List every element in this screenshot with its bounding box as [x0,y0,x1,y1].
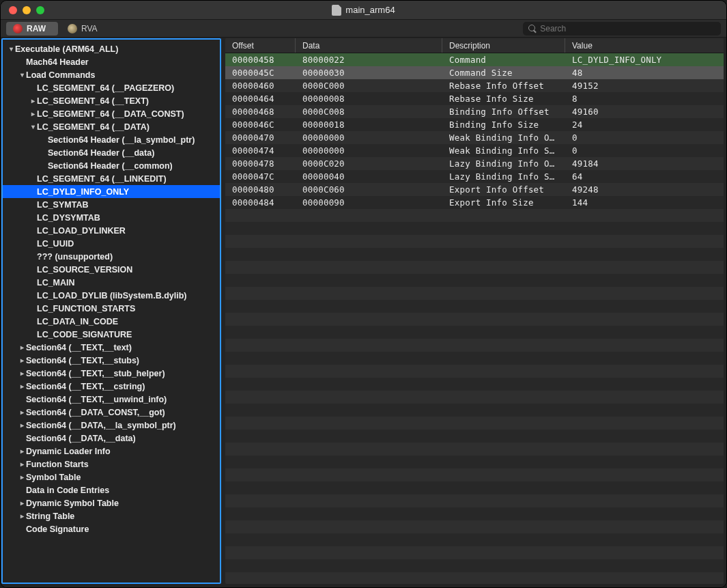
empty-row [225,443,724,456]
tree-item[interactable]: ▾Executable (ARM64_ALL) [3,42,220,55]
tree-item[interactable]: ▸Section64 (__TEXT,__stubs) [3,354,220,367]
tree-item[interactable]: ▾Load Commands [3,68,220,81]
tree-item[interactable]: LC_FUNCTION_STARTS [3,302,220,315]
empty-row [225,274,724,287]
table-row[interactable]: 0000045C00000030Command Size48 [225,66,724,79]
table-row[interactable]: 0000048400000090Export Info Size144 [225,196,724,209]
cell-offset: 0000046C [225,120,296,130]
th-data[interactable]: Data [296,38,442,53]
chevron-right-icon[interactable]: ▸ [29,97,37,104]
empty-row [225,300,724,313]
tree-item-label: Executable (ARM64_ALL) [15,44,118,54]
table-row[interactable]: 0000045880000022CommandLC_DYLD_INFO_ONLY [225,53,724,66]
tree-item[interactable]: ▸LC_SEGMENT_64 (__TEXT) [3,94,220,107]
table-body[interactable]: 0000045880000022CommandLC_DYLD_INFO_ONLY… [225,53,724,584]
tree-item[interactable]: Code Signature [3,522,220,535]
cell-value: 144 [565,197,724,208]
tree-item[interactable]: ▸Dynamic Loader Info [3,445,220,458]
chevron-down-icon[interactable]: ▾ [29,123,37,130]
tree-item[interactable]: ▾LC_SEGMENT_64 (__DATA) [3,120,220,133]
table-row[interactable]: 0000046C00000018Binding Info Size24 [225,118,724,131]
tree-item[interactable]: LC_LOAD_DYLIB (libSystem.B.dylib) [3,289,220,302]
tree-item[interactable]: ▸Function Starts [3,458,220,471]
tree-item-label: Load Commands [26,70,95,80]
cell-description: Export Info Offset [442,184,565,195]
tree-item[interactable]: Data in Code Entries [3,484,220,496]
chevron-right-icon[interactable]: ▸ [18,369,26,377]
tree-item[interactable]: ▸LC_SEGMENT_64 (__DATA_CONST) [3,107,220,120]
close-icon[interactable] [9,6,17,14]
tree-item[interactable]: ▸Symbol Table [3,471,220,484]
cell-offset: 0000047C [225,171,296,182]
chevron-right-icon[interactable]: ▸ [18,499,26,507]
tree-item[interactable]: Section64 (__TEXT,__unwind_info) [3,393,220,406]
minimize-icon[interactable] [23,6,31,14]
tree-item-label: LC_LOAD_DYLIB (libSystem.B.dylib) [37,291,186,300]
empty-row [225,546,724,559]
table-row[interactable]: 000004600000C000Rebase Info Offset49152 [225,79,724,92]
table-row[interactable]: 000004780000C020Lazy Binding Info Offset… [225,157,724,170]
chevron-down-icon[interactable]: ▾ [7,45,15,53]
empty-row [225,559,724,572]
zoom-icon[interactable] [36,6,44,14]
th-value[interactable]: Value [565,38,724,53]
tree-item[interactable]: ▸String Table [3,509,220,522]
tree-item[interactable]: LC_SEGMENT_64 (__LINKEDIT) [3,172,220,185]
tree-item[interactable]: LC_DYLD_INFO_ONLY [3,185,220,198]
mode-rva-button[interactable]: RVA [61,22,110,36]
table-row[interactable]: 0000047000000000Weak Binding Info Offset… [225,131,724,144]
tree-item[interactable]: LC_UUID [3,237,220,250]
empty-row [225,235,724,248]
tree-item[interactable]: LC_LOAD_DYLINKER [3,224,220,237]
search-field[interactable] [523,22,721,36]
tree-item[interactable]: Section64 Header (__la_symbol_ptr) [3,133,220,146]
tree-item[interactable]: ▸Section64 (__DATA,__la_symbol_ptr) [3,419,220,432]
structure-tree[interactable]: ▾Executable (ARM64_ALL)Mach64 Header▾Loa… [1,38,221,584]
chevron-right-icon[interactable]: ▸ [29,110,37,117]
chevron-right-icon[interactable]: ▸ [18,408,26,416]
app-window: main_arm64 RAW RVA ▾Executable (ARM64_AL… [0,0,727,588]
cell-offset: 00000478 [225,158,296,169]
tree-item[interactable]: Section64 Header (__common) [3,159,220,172]
search-input[interactable] [540,24,715,33]
chevron-right-icon[interactable]: ▸ [18,447,26,455]
cell-description: Rebase Info Offset [442,81,565,91]
tree-item[interactable]: LC_DATA_IN_CODE [3,315,220,328]
chevron-right-icon[interactable]: ▸ [18,356,26,364]
tree-item[interactable]: LC_MAIN [3,276,220,289]
tree-item[interactable]: ▸Dynamic Symbol Table [3,496,220,509]
tree-item[interactable]: Section64 Header (__data) [3,146,220,159]
chevron-down-icon[interactable]: ▾ [18,71,26,79]
chevron-right-icon[interactable]: ▸ [18,512,26,520]
chevron-right-icon[interactable]: ▸ [18,460,26,468]
table-row[interactable]: 0000047C00000040Lazy Binding Info Size64 [225,170,724,183]
tree-item[interactable]: Mach64 Header [3,55,220,68]
th-description[interactable]: Description [442,38,565,53]
tree-item[interactable]: LC_CODE_SIGNATURE [3,328,220,341]
mode-raw-button[interactable]: RAW [6,22,58,36]
tree-item-label: LC_SEGMENT_64 (__DATA_CONST) [37,109,184,119]
tree-item[interactable]: ▸Section64 (__TEXT,__stub_helper) [3,367,220,380]
table-row[interactable]: 0000046400000008Rebase Info Size8 [225,92,724,105]
tree-item[interactable]: LC_DYSYMTAB [3,211,220,224]
chevron-right-icon[interactable]: ▸ [18,344,26,351]
tree-item[interactable]: LC_SOURCE_VERSION [3,263,220,276]
chevron-right-icon[interactable]: ▸ [18,421,26,429]
table-row[interactable]: 000004800000C060Export Info Offset49248 [225,183,724,196]
tree-item-label: Dynamic Loader Info [26,447,111,456]
tree-item[interactable]: ▸Section64 (__DATA_CONST,__got) [3,406,220,419]
empty-stripes [225,209,724,584]
chevron-right-icon[interactable]: ▸ [18,382,26,390]
th-offset[interactable]: Offset [225,38,296,53]
tree-item[interactable]: LC_SEGMENT_64 (__PAGEZERO) [3,81,220,94]
tree-item[interactable]: Section64 (__DATA,__data) [3,432,220,445]
tree-item[interactable]: ▸Section64 (__TEXT,__cstring) [3,380,220,393]
tree-item[interactable]: ▸Section64 (__TEXT,__text) [3,341,220,354]
tree-item-label: Section64 (__TEXT,__unwind_info) [26,395,167,404]
tree-item[interactable]: LC_SYMTAB [3,198,220,211]
tree-item[interactable]: ??? (unsupported) [3,250,220,263]
table-row[interactable]: 000004680000C008Binding Info Offset49160 [225,105,724,118]
table-row[interactable]: 0000047400000000Weak Binding Info Size0 [225,144,724,157]
chevron-right-icon[interactable]: ▸ [18,473,26,481]
cell-offset: 00000468 [225,107,296,117]
